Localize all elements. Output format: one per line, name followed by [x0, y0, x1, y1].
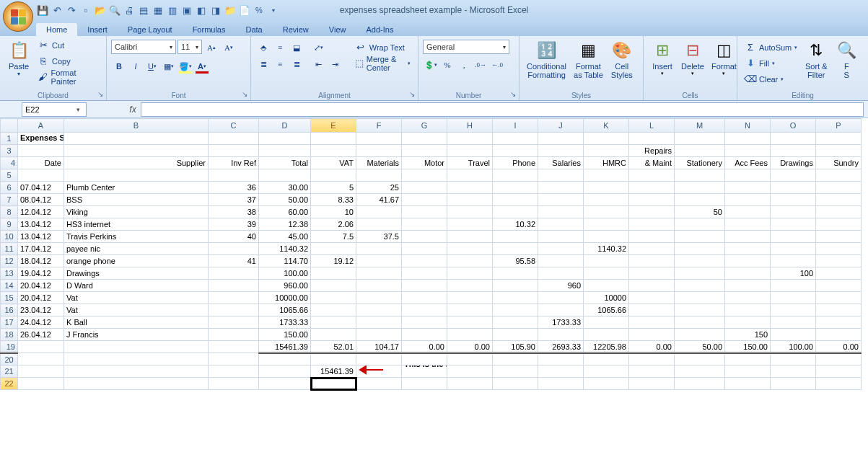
cell[interactable] [725, 194, 771, 206]
format-cells-button[interactable]: ◫Format▾ [709, 37, 740, 78]
cell[interactable] [725, 145, 771, 157]
cell[interactable]: 10000.00 [259, 292, 311, 304]
cell[interactable]: payee nic [64, 243, 209, 255]
cell[interactable] [629, 365, 675, 378]
cell[interactable]: 36 [209, 182, 259, 194]
cell[interactable]: Sundry [816, 157, 862, 169]
cell[interactable] [725, 243, 771, 255]
cell[interactable] [402, 329, 447, 341]
cell[interactable] [402, 255, 447, 267]
cell[interactable] [447, 365, 493, 378]
cell[interactable] [538, 218, 584, 231]
cell[interactable] [259, 145, 311, 157]
cell[interactable] [493, 304, 538, 316]
cell[interactable]: 19.12 [311, 255, 356, 267]
row-header-10[interactable]: 10 [1, 231, 18, 243]
row-header-11[interactable]: 11 [1, 243, 18, 255]
cell[interactable] [629, 194, 675, 206]
cell[interactable]: Drawings [771, 157, 816, 169]
cell[interactable]: 1065.66 [259, 304, 311, 316]
cell[interactable] [311, 304, 356, 316]
cell[interactable] [584, 316, 629, 329]
cell[interactable] [538, 304, 584, 316]
cell[interactable]: 17.04.12 [18, 243, 64, 255]
cell[interactable]: D Ward [64, 280, 209, 292]
cell[interactable]: Vat [64, 292, 209, 304]
cell[interactable] [816, 255, 862, 267]
cell[interactable] [816, 365, 862, 378]
cell[interactable] [493, 267, 538, 280]
cell[interactable]: Expenses Spreadsheet Example [18, 133, 64, 145]
cell[interactable] [816, 133, 862, 145]
tab-formulas[interactable]: Formulas [183, 23, 236, 36]
row-header-6[interactable]: 6 [1, 182, 18, 194]
cell[interactable] [209, 169, 259, 182]
cell[interactable] [447, 243, 493, 255]
cell[interactable] [816, 292, 862, 304]
cell[interactable] [629, 267, 675, 280]
cell[interactable] [356, 316, 402, 329]
cell[interactable] [493, 206, 538, 218]
cell[interactable]: 12.38 [259, 218, 311, 231]
cell[interactable]: Total [259, 157, 311, 169]
cell[interactable] [629, 378, 675, 390]
cell[interactable]: 100.00 [259, 267, 311, 280]
cell[interactable]: 50.00 [675, 341, 725, 353]
cell[interactable] [675, 243, 725, 255]
cell[interactable] [675, 365, 725, 378]
cell[interactable] [356, 353, 402, 365]
cell[interactable] [493, 329, 538, 341]
row-header-17[interactable]: 17 [1, 316, 18, 329]
cell[interactable]: 114.70 [259, 255, 311, 267]
cell[interactable] [447, 231, 493, 243]
cell[interactable] [311, 169, 356, 182]
cell[interactable] [493, 378, 538, 390]
orientation-button[interactable]: ⤢▾ [310, 40, 326, 56]
cell[interactable] [447, 316, 493, 329]
cell[interactable] [771, 194, 816, 206]
qat-customize-icon[interactable]: ▾ [267, 4, 280, 17]
cell[interactable]: 150.00 [259, 329, 311, 341]
cell[interactable] [675, 292, 725, 304]
cell[interactable]: K Ball [64, 316, 209, 329]
cell[interactable] [18, 353, 64, 365]
cell[interactable] [771, 280, 816, 292]
cell[interactable]: 18.04.12 [18, 255, 64, 267]
cell[interactable] [209, 292, 259, 304]
cell[interactable] [402, 133, 447, 145]
cell[interactable] [402, 182, 447, 194]
tab-review[interactable]: Review [273, 23, 319, 36]
cell[interactable] [675, 255, 725, 267]
cell[interactable] [447, 353, 493, 365]
cell[interactable] [629, 353, 675, 365]
cell[interactable]: 7.5 [311, 231, 356, 243]
cell[interactable] [356, 292, 402, 304]
cell[interactable] [209, 365, 259, 378]
cell[interactable] [771, 133, 816, 145]
decrease-indent-button[interactable]: ⇤ [310, 56, 326, 72]
cell[interactable] [493, 365, 538, 378]
cell[interactable] [725, 255, 771, 267]
tab-insert[interactable]: Insert [77, 23, 118, 36]
qat-print-preview-icon[interactable]: 🔍 [108, 4, 121, 17]
cell[interactable] [493, 280, 538, 292]
cell[interactable] [771, 182, 816, 194]
cell[interactable] [816, 280, 862, 292]
cell[interactable] [816, 169, 862, 182]
col-header-J[interactable]: J [538, 119, 584, 133]
cell[interactable] [629, 206, 675, 218]
cell[interactable] [725, 133, 771, 145]
col-header-F[interactable]: F [356, 119, 402, 133]
font-launcher[interactable]: ↘ [240, 89, 249, 99]
cell[interactable] [209, 353, 259, 365]
cell[interactable] [493, 169, 538, 182]
cell[interactable] [493, 133, 538, 145]
qat-item-icon[interactable]: ◨ [209, 4, 222, 17]
cell[interactable] [629, 169, 675, 182]
cell[interactable]: Travis Perkins [64, 231, 209, 243]
cell[interactable] [629, 292, 675, 304]
col-header-C[interactable]: C [209, 119, 259, 133]
cell[interactable] [447, 182, 493, 194]
cell[interactable] [584, 255, 629, 267]
cell[interactable] [493, 243, 538, 255]
